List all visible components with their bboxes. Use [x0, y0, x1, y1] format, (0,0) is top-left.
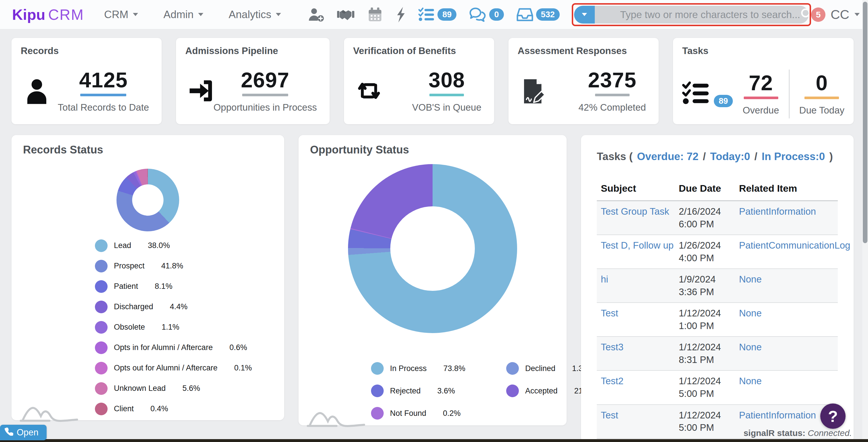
tasks-panel: Tasks ( Overdue: 72 / Today:0 / In Proce…: [581, 135, 854, 442]
overdue-tasks-link[interactable]: Overdue: 72: [637, 150, 699, 163]
task-subject-link[interactable]: hi: [601, 274, 608, 284]
scrollbar-thumb[interactable]: [863, 2, 867, 243]
app-logo[interactable]: KipuCRM: [12, 6, 84, 23]
task-row[interactable]: hi 1/9/2024 3:36 PM None: [597, 269, 838, 303]
task-subject-link[interactable]: Test D, Follow up: [601, 240, 674, 250]
top-navbar: KipuCRM CRM Admin Analytics: [0, 0, 868, 29]
desktop-edge-strip: [0, 439, 868, 442]
legend-label: In Process: [390, 364, 427, 373]
task-related-item-link[interactable]: None: [739, 274, 762, 284]
legend-swatch: [371, 362, 384, 375]
signalr-status-value: Connected.: [805, 428, 852, 438]
search-icon[interactable]: [800, 7, 809, 22]
quick-actions-button[interactable]: [396, 7, 406, 23]
legend-label: Discharged: [114, 302, 153, 311]
chart-title: Opportunity Status: [310, 144, 555, 156]
global-search[interactable]: Type two or more characters to search...: [574, 6, 809, 24]
nav-menu-crm[interactable]: CRM: [104, 9, 138, 21]
legend-item: Not Found 0.2%: [371, 402, 506, 424]
task-related-item-link[interactable]: PatientInformation: [739, 206, 816, 217]
user-menu[interactable]: 5 CC: [811, 7, 860, 22]
add-contact-button[interactable]: [308, 7, 324, 22]
tasks-button[interactable]: 89: [418, 7, 457, 22]
help-button[interactable]: ?: [820, 404, 845, 429]
inbox-button[interactable]: 532: [517, 7, 560, 22]
opportunity-status-card: Opportunity Status In Process 73.8% Reje…: [299, 135, 566, 425]
card-title: Tasks: [682, 45, 844, 56]
legend-value: 73.8%: [443, 364, 466, 373]
legend-item: Rejected 3.6%: [371, 380, 506, 402]
legend-value: 4.4%: [170, 302, 188, 311]
chevron-down-icon: [198, 13, 203, 16]
inprocess-tasks-link[interactable]: In Process:0: [762, 150, 825, 163]
handshake-button[interactable]: [337, 7, 354, 22]
search-input[interactable]: Type two or more characters to search...: [620, 9, 800, 21]
accent-bar: [744, 97, 778, 99]
column-header-due-date: Due Date: [679, 178, 739, 201]
legend-item: In Process 73.8%: [371, 357, 506, 380]
open-dialer-button[interactable]: Open: [0, 425, 46, 440]
opportunity-status-legend: In Process 73.8% Rejected 3.6% Not Found…: [371, 357, 555, 424]
records-status-donut-chart[interactable]: [117, 169, 179, 231]
chevron-down-icon: [276, 13, 281, 16]
page-scrollbar[interactable]: [862, 0, 868, 442]
tasks-card-badge: 89: [714, 95, 733, 107]
task-subject-link[interactable]: Test: [601, 308, 618, 318]
nav-menu-admin[interactable]: Admin: [163, 9, 203, 21]
legend-value: 5.6%: [182, 384, 200, 393]
task-related-item-link[interactable]: PatientInformation: [739, 410, 816, 420]
task-row[interactable]: Test 1/12/2024 1:00 PM None: [597, 303, 838, 337]
task-subject-link[interactable]: Test3: [601, 342, 623, 352]
task-related-item-link[interactable]: None: [739, 342, 762, 352]
accent-bar: [595, 94, 629, 96]
calendar-icon: [367, 7, 383, 23]
question-mark-icon: ?: [828, 407, 838, 426]
nav-icon-bar: 89 0 532: [308, 7, 560, 23]
task-subject-link[interactable]: Test: [601, 410, 618, 420]
phone-icon: [5, 427, 13, 438]
task-row[interactable]: Test3 1/12/2024 8:31 PM None: [597, 337, 838, 370]
calendar-button[interactable]: [367, 7, 383, 23]
opportunity-status-donut-chart[interactable]: [348, 164, 517, 333]
nav-menu-analytics-label: Analytics: [229, 9, 271, 21]
user-plus-icon: [308, 7, 324, 22]
tasks-table-header-row: Subject Due Date Related Item: [597, 178, 838, 201]
due-today-label: Due Today: [799, 105, 844, 116]
messages-button[interactable]: 0: [469, 7, 504, 22]
legend-label: Unknown Lead: [114, 384, 166, 393]
task-subject-link[interactable]: Test Group Task: [601, 206, 669, 217]
task-subject-link[interactable]: Test2: [601, 376, 623, 386]
messages-count-badge[interactable]: 0: [489, 8, 504, 21]
task-related-item-link[interactable]: PatientCommunicationLog: [739, 240, 850, 250]
legend-swatch: [371, 407, 384, 419]
sparkline-icon: [19, 400, 81, 425]
legend-item: Obsolete 1.1%: [95, 317, 273, 337]
legend-item: Client 0.4%: [95, 399, 273, 419]
notification-badge[interactable]: 5: [811, 7, 826, 22]
task-due-date: 1/12/2024 1:00 PM: [679, 303, 739, 337]
task-row[interactable]: Test2 1/12/2024 5:00 PM None: [597, 370, 838, 404]
assessments-stat-card: Assessment Responses 2375 42% Completed: [508, 38, 659, 124]
legend-swatch: [371, 384, 384, 397]
task-row[interactable]: Test Group Task 2/16/2024 6:00 PM Patien…: [597, 201, 838, 235]
legend-label: Opts out for Alumni / Aftercare: [114, 364, 217, 372]
nav-menu-admin-label: Admin: [163, 9, 193, 21]
task-related-item-link[interactable]: None: [739, 308, 762, 318]
task-related-item-link[interactable]: None: [739, 376, 762, 386]
tasks-count-badge[interactable]: 89: [437, 8, 457, 21]
task-row[interactable]: Test D, Follow up 1/26/2024 4:00 PM Pati…: [597, 235, 838, 269]
today-tasks-link[interactable]: Today:0: [710, 150, 750, 163]
accent-bar: [80, 94, 126, 96]
nav-menu-analytics[interactable]: Analytics: [229, 9, 281, 21]
legend-value: 0.4%: [150, 404, 168, 413]
donut-hole: [390, 206, 475, 291]
legend-item: Unknown Lead 5.6%: [95, 378, 273, 399]
legend-value: 1.1%: [162, 323, 180, 332]
legend-value: 0.6%: [229, 343, 247, 352]
search-scope-dropdown[interactable]: [574, 6, 595, 24]
overdue-label: Overdue: [743, 105, 779, 116]
card-title: Admissions Pipeline: [185, 45, 320, 56]
vob-caption: VOB'S in Queue: [412, 102, 482, 113]
inbox-count-badge[interactable]: 532: [536, 8, 560, 21]
checklist-icon: [418, 7, 435, 22]
